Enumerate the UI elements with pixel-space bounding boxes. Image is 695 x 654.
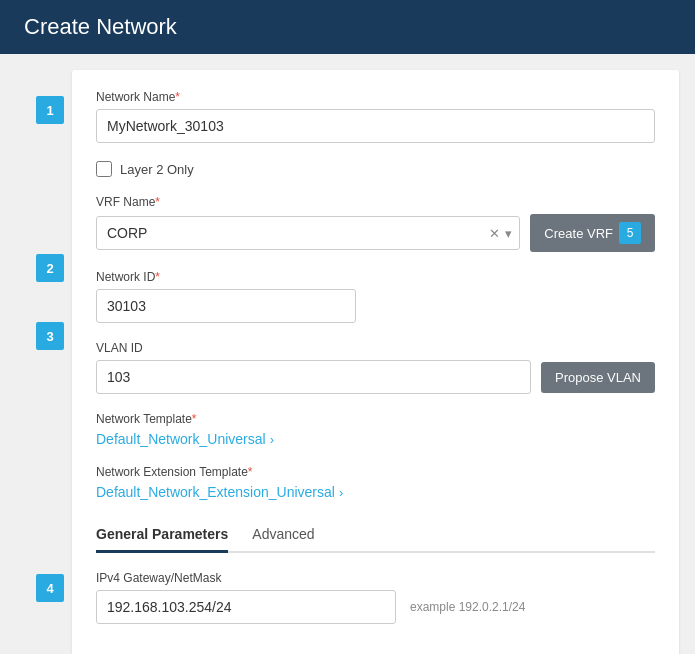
- vrf-row: ✕ ▾ Create VRF 5: [96, 214, 655, 252]
- layer2-checkbox[interactable]: [96, 161, 112, 177]
- ipv4-group: IPv4 Gateway/NetMask example 192.0.2.1/2…: [96, 571, 655, 624]
- step-label-2: 2: [36, 254, 64, 282]
- template-chevron-icon: ›: [270, 432, 274, 447]
- network-name-input[interactable]: [96, 109, 655, 143]
- ipv4-label: IPv4 Gateway/NetMask: [96, 571, 655, 585]
- ipv4-row: example 192.0.2.1/24: [96, 590, 655, 624]
- vrf-name-input[interactable]: [96, 216, 520, 250]
- vlan-id-group: VLAN ID Propose VLAN: [96, 341, 655, 394]
- tabs-row: General Parameters Advanced: [96, 518, 655, 553]
- network-template-link[interactable]: Default_Network_Universal ›: [96, 431, 655, 447]
- network-template-label: Network Template*: [96, 412, 655, 426]
- step-labels: 1 2 3 4: [0, 54, 72, 654]
- network-id-required: *: [155, 270, 160, 284]
- vlan-id-input[interactable]: [96, 360, 531, 394]
- network-id-group: Network ID*: [96, 270, 655, 323]
- vrf-required-star: *: [155, 195, 160, 209]
- step-label-4: 4: [36, 574, 64, 602]
- network-id-input[interactable]: [96, 289, 356, 323]
- vrf-clear-icon[interactable]: ✕: [489, 226, 500, 241]
- ext-template-chevron-icon: ›: [339, 485, 343, 500]
- tab-general[interactable]: General Parameters: [96, 518, 228, 553]
- network-ext-template-link[interactable]: Default_Network_Extension_Universal ›: [96, 484, 655, 500]
- network-name-group: Network Name*: [96, 90, 655, 143]
- vlan-row: Propose VLAN: [96, 360, 655, 394]
- vrf-icons: ✕ ▾: [489, 226, 512, 241]
- vrf-name-group: VRF Name* ✕ ▾ Create VRF 5: [96, 195, 655, 252]
- form-card: Network Name* Layer 2 Only VRF Name* ✕ ▾: [72, 70, 679, 654]
- propose-vlan-label: Propose VLAN: [555, 370, 641, 385]
- ext-template-required: *: [248, 465, 253, 479]
- create-vrf-label: Create VRF: [544, 226, 613, 241]
- network-ext-template-value: Default_Network_Extension_Universal: [96, 484, 335, 500]
- network-name-label: Network Name*: [96, 90, 655, 104]
- step-label-1: 1: [36, 96, 64, 124]
- layer2-label: Layer 2 Only: [120, 162, 194, 177]
- network-id-label: Network ID*: [96, 270, 655, 284]
- create-vrf-button[interactable]: Create VRF 5: [530, 214, 655, 252]
- ipv4-input[interactable]: [96, 590, 396, 624]
- vrf-name-label: VRF Name*: [96, 195, 655, 209]
- template-required: *: [192, 412, 197, 426]
- required-star: *: [175, 90, 180, 104]
- create-vrf-arrow: 5: [619, 222, 641, 244]
- network-ext-template-label: Network Extension Template*: [96, 465, 655, 479]
- vlan-id-label: VLAN ID: [96, 341, 655, 355]
- ipv4-example: example 192.0.2.1/24: [410, 600, 525, 614]
- layer2-group: Layer 2 Only: [96, 161, 655, 177]
- network-ext-template-group: Network Extension Template* Default_Netw…: [96, 465, 655, 500]
- tab-advanced[interactable]: Advanced: [252, 518, 314, 553]
- network-template-group: Network Template* Default_Network_Univer…: [96, 412, 655, 447]
- propose-vlan-button[interactable]: Propose VLAN: [541, 362, 655, 393]
- network-template-value: Default_Network_Universal: [96, 431, 266, 447]
- header: Create Network: [0, 0, 695, 54]
- page-title: Create Network: [24, 14, 177, 39]
- vrf-input-wrapper: ✕ ▾: [96, 216, 520, 250]
- step-label-3: 3: [36, 322, 64, 350]
- vrf-dropdown-icon[interactable]: ▾: [505, 226, 512, 241]
